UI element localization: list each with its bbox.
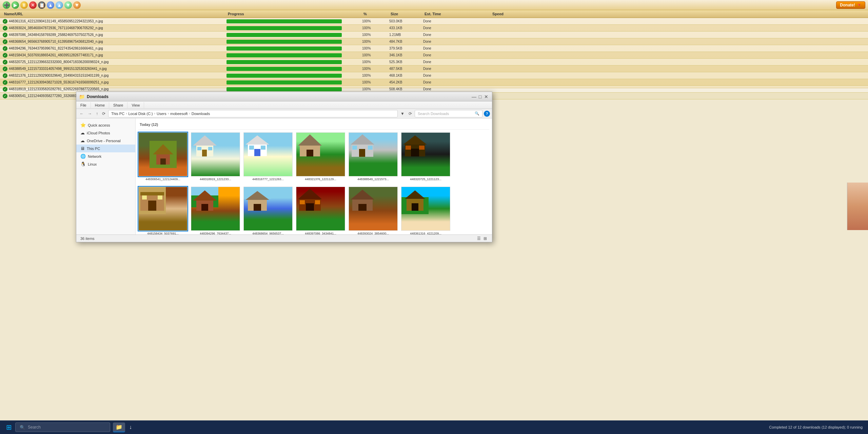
ribbon-home[interactable]: Home — [91, 102, 109, 108]
network-icon: 🌐 — [80, 154, 86, 159]
jdownloader-icon: ↓ — [129, 424, 132, 430]
ribbon-view[interactable]: View — [127, 102, 144, 108]
breadcrumb-localdisk[interactable]: Local Disk (C:) — [128, 112, 153, 116]
move-up-button[interactable]: ▲ — [56, 1, 63, 9]
breadcrumb-downloads[interactable]: Downloads — [192, 112, 210, 116]
dm-table-row[interactable]: ✓ 448158434_503769188654261_480395128267… — [0, 52, 868, 59]
dm-table-row[interactable]: ✓ 448320725_122112396632332000_800471833… — [0, 59, 868, 65]
fe-content[interactable]: Today (12) 448306541 — [136, 118, 492, 234]
thumb-item-1[interactable]: 448306541_122124409... — [138, 132, 188, 181]
thumb-img-4 — [296, 132, 345, 176]
download-button[interactable]: ▼ — [73, 1, 81, 9]
ribbon-file[interactable]: File — [76, 102, 91, 108]
dm-table-row[interactable]: ✓ 448388549_122157333314057498_999151325… — [0, 65, 868, 72]
start-button[interactable]: ▶ — [12, 1, 19, 9]
svg-rect-8 — [197, 147, 201, 150]
sidebar-item-network[interactable]: 🌐 Network — [76, 152, 135, 160]
search-box[interactable]: Search Downloads 🔍 — [415, 110, 482, 117]
thumb-label-6: 448320725_1221123... — [410, 177, 441, 181]
dm-progress-bar — [226, 40, 342, 44]
refresh-button[interactable]: ⟳ — [101, 111, 107, 117]
pause-button[interactable]: ⏸ — [20, 1, 28, 9]
dm-table-row[interactable]: ✓ 448361316_422120904131149_455850951229… — [0, 18, 868, 25]
dm-table-row[interactable]: ✓ 448316777_122126309438271028_553616741… — [0, 79, 868, 86]
sidebar-item-thispc[interactable]: 🖥 This PC — [76, 145, 135, 152]
thumb-item-4[interactable]: 448321376_1221129... — [296, 132, 345, 181]
taskbar-app-explorer[interactable]: 📁 — [113, 422, 125, 432]
svg-rect-20 — [359, 149, 365, 157]
back-button[interactable]: ← — [78, 111, 85, 117]
thumb-item-11[interactable]: 448393024_3854600... — [349, 187, 398, 234]
list-view-button[interactable]: ☰ — [476, 236, 482, 241]
ribbon-share[interactable]: Share — [109, 102, 127, 108]
breadcrumb-refresh-button[interactable]: ⟳ — [407, 111, 413, 117]
dm-progress-bar — [226, 46, 342, 51]
thumb-item-9[interactable]: 448368654_9656537... — [243, 187, 293, 234]
thumb-img-3 — [243, 132, 293, 176]
maximize-button[interactable]: □ — [477, 94, 483, 100]
dm-progress-cell — [226, 53, 362, 57]
thumb-item-12[interactable]: 448361316_4221209... — [401, 187, 450, 234]
grid-view-button[interactable]: ⊞ — [482, 236, 488, 241]
dm-table-row[interactable]: ✓ 448393024_385460047872936_767110468790… — [0, 25, 868, 32]
move-down-button[interactable]: ▼ — [64, 1, 72, 9]
thumb-img-6 — [401, 132, 450, 176]
start-button[interactable]: ⊞ — [3, 422, 15, 433]
thumb-item-2[interactable]: 448318919_1221233... — [191, 132, 240, 181]
svg-rect-22 — [368, 146, 373, 150]
up-button[interactable]: ↑ — [95, 111, 99, 117]
breadcrumb-users[interactable]: Users — [157, 112, 166, 116]
dm-progress-cell — [226, 74, 362, 78]
taskbar-app-jdownloader[interactable]: ↓ — [126, 423, 135, 432]
dm-table-row[interactable]: ✓ 448394296_763443795996761_822743542861… — [0, 45, 868, 52]
breadcrumb[interactable]: This PC › Local Disk (C:) › Users › mobe… — [108, 110, 398, 117]
thumb-item-8[interactable]: 448394296_7634437... — [191, 187, 240, 234]
add-button[interactable]: ➕ — [3, 1, 10, 9]
dm-time: Done — [423, 80, 491, 84]
check-icon: ✓ — [3, 26, 7, 31]
breadcrumb-user[interactable]: mobeesoft — [170, 112, 188, 116]
sidebar-item-quick-access[interactable]: ⭐ Quick access — [76, 121, 135, 129]
thumb-item-3[interactable]: 448316777_1221263... — [243, 132, 293, 181]
dm-filename: ✓ 448320725_122112396632332000_800471833… — [3, 60, 226, 64]
close-button[interactable]: ✕ — [483, 94, 489, 100]
donate-button[interactable]: Donate! 🔻 — [836, 1, 865, 9]
dm-time: Done — [423, 46, 491, 50]
thumb-item-6[interactable]: 448320725_1221123... — [401, 132, 450, 181]
breadcrumb-thispc[interactable]: This PC — [111, 112, 124, 116]
dm-time: Done — [423, 40, 491, 43]
thumb-img-5 — [349, 132, 398, 176]
svg-rect-9 — [208, 147, 212, 150]
sidebar-item-icloud[interactable]: ☁ iCloud Photos — [76, 129, 135, 137]
sidebar-label-onedrive: OneDrive - Personal — [87, 139, 121, 143]
thumb-label-8: 448394296_7634437... — [200, 232, 231, 234]
dm-table-row[interactable]: ✓ 448368654_965663768905710_613958967543… — [0, 38, 868, 45]
upload-button[interactable]: ▲ — [47, 1, 54, 9]
svg-rect-13 — [249, 146, 254, 150]
help-button[interactable]: ? — [484, 111, 490, 117]
col-est-time: Est. Time — [423, 11, 491, 17]
thumb-label-2: 448318919_1221233... — [200, 177, 231, 181]
sidebar-item-onedrive[interactable]: ☁ OneDrive - Personal — [76, 137, 135, 145]
dm-progress-cell — [226, 60, 362, 64]
dm-filename: ✓ 448394296_763443795996761_822743542861… — [3, 46, 226, 51]
dm-table-row[interactable]: ✓ 448397086_343484158769289_258824697537… — [0, 32, 868, 38]
forward-button[interactable]: → — [86, 111, 93, 117]
sidebar-item-linux[interactable]: 🐧 Linux — [76, 160, 135, 168]
dm-pct: 100% — [362, 87, 389, 91]
dm-table-row[interactable]: ✓ 448321376_122112932900329640_334904315… — [0, 72, 868, 79]
sidebar-label-network: Network — [88, 154, 101, 158]
clipboard-button[interactable]: 📋 — [38, 1, 45, 9]
sep4: › — [189, 112, 190, 115]
thumb-item-5[interactable]: 448388549_1221573... — [349, 132, 398, 181]
dm-progress-cell — [226, 33, 362, 37]
breadcrumb-expand-button[interactable]: ▼ — [399, 111, 406, 117]
taskbar-search[interactable]: 🔍 Search — [15, 422, 110, 432]
dm-pct: 100% — [362, 40, 389, 43]
stop-button[interactable]: ✕ — [29, 1, 37, 9]
dm-pct: 100% — [362, 26, 389, 30]
dm-filename: ✓ 448158434_503769188654261_480395128267… — [3, 53, 226, 58]
thumb-item-10[interactable]: 448397086_3434841... — [296, 187, 345, 234]
thumb-item-7[interactable]: 448158434_5037691... — [138, 187, 188, 234]
minimize-button[interactable]: — — [471, 94, 477, 100]
